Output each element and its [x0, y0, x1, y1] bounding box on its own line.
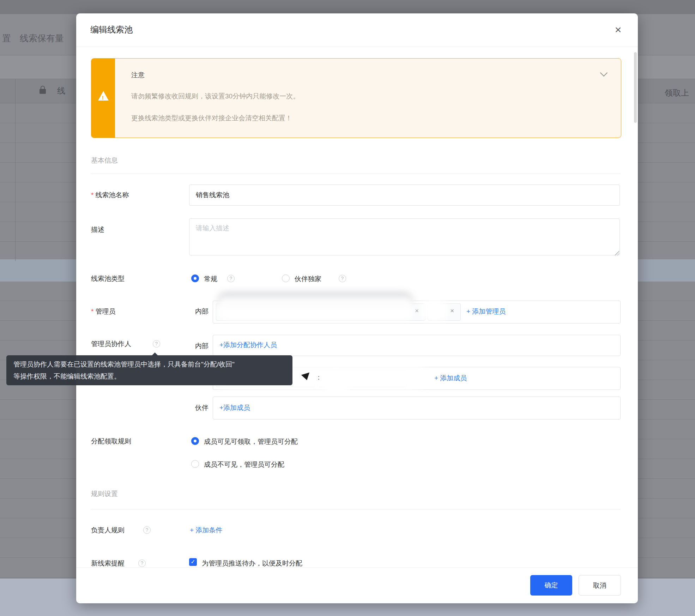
notice-line-1: 请勿频繁修改收回规则，该设置30分钟内只能修改一次。: [131, 92, 300, 101]
notice-accent-bar: !: [91, 59, 115, 138]
description-textarea[interactable]: [189, 218, 620, 255]
close-icon[interactable]: ×: [610, 21, 627, 38]
tooltip-line-1: 管理员协作人需要在已设置的线索池管理员中选择，只具备前台"分配/收回": [13, 358, 285, 370]
cancel-button[interactable]: 取消: [579, 575, 621, 596]
field-label-new-lead-reminder: 新线索提醒: [91, 559, 125, 568]
field-label-pool-name: 线索池名称: [91, 191, 129, 200]
add-member-link[interactable]: + 添加成员: [434, 374, 467, 383]
privacy-blur: [217, 295, 414, 321]
add-condition-link[interactable]: + 添加条件: [190, 526, 222, 535]
edit-lead-pool-dialog: 编辑线索池 × ! 注意 请勿频繁修改收回规则，该设置30分钟内只能修改一次。 …: [76, 13, 638, 603]
collab-scope-internal: 内部: [195, 342, 208, 351]
radio-label-assign-invisible[interactable]: 成员不可见，管理员可分配: [204, 460, 284, 469]
radio-label-assign-visible[interactable]: 成员可见可领取，管理员可分配: [204, 437, 298, 446]
field-label-owner-rule: 负责人规则: [91, 526, 125, 535]
notice-line-2: 更换线索池类型或更换伙伴对接企业会清空相关配置！: [131, 114, 292, 123]
scrollbar-thumb[interactable]: [634, 52, 637, 123]
table-column-divider: [15, 79, 16, 261]
section-rule-settings: 规则设置: [91, 489, 118, 499]
tooltip-arrow: [152, 352, 158, 356]
warning-exclamation: !: [102, 95, 104, 101]
pool-name-input[interactable]: [189, 185, 620, 206]
tooltip-line-2: 等操作权限，不能编辑线索池配置。: [13, 370, 285, 382]
notice-banner: ! 注意 请勿频繁修改收回规则，该设置30分钟内只能修改一次。 更换线索池类型或…: [91, 58, 621, 138]
page-top-strip: [0, 0, 695, 14]
chevron-down-icon[interactable]: [600, 69, 608, 77]
radio-assign-invisible[interactable]: [191, 460, 199, 468]
member-colon: ：: [315, 373, 322, 382]
remove-tag-icon[interactable]: ×: [415, 307, 419, 315]
help-icon-new-lead[interactable]: ?: [138, 560, 146, 567]
section-basic-info: 基本信息: [91, 156, 118, 165]
add-partner-member-link[interactable]: +添加成员: [219, 403, 250, 412]
new-lead-checkbox-label[interactable]: 为管理员推送待办，以便及时分配: [202, 559, 302, 568]
radio-label-partner-exclusive[interactable]: 伙伴独家: [295, 274, 321, 284]
lock-icon: [40, 89, 46, 94]
field-label-partner: 伙伴: [195, 403, 208, 412]
dialog-body: ! 注意 请勿频繁修改收回规则，该设置30分钟内只能修改一次。 更换线索池类型或…: [76, 47, 638, 568]
field-label-description: 描述: [91, 225, 104, 234]
help-icon-regular[interactable]: ?: [227, 275, 235, 282]
privacy-blur: [420, 298, 449, 322]
table-col-left-partial: 线: [57, 85, 65, 96]
help-icon-collaborator[interactable]: ?: [153, 340, 160, 348]
collab-members-box[interactable]: +添加分配协作人员: [213, 335, 621, 356]
dialog-title: 编辑线索池: [90, 24, 133, 35]
radio-assign-visible[interactable]: [191, 437, 199, 445]
section-divider: [91, 174, 621, 174]
dialog-header: 编辑线索池 ×: [76, 13, 638, 47]
field-label-admin-collaborator: 管理员协作人: [91, 339, 131, 349]
help-icon-owner-rule[interactable]: ?: [143, 526, 151, 534]
radio-type-regular[interactable]: [191, 274, 199, 282]
partner-box[interactable]: +添加成员: [213, 397, 621, 419]
tab-partial-left[interactable]: 置: [2, 32, 11, 44]
add-admin-link[interactable]: + 添加管理员: [466, 307, 506, 316]
help-icon-partner-exclusive[interactable]: ?: [339, 275, 346, 282]
new-lead-checkbox[interactable]: ✓: [189, 558, 197, 566]
collaborator-tooltip: 管理员协作人需要在已设置的线索池管理员中选择，只具备前台"分配/收回" 等操作权…: [6, 355, 292, 385]
confirm-button[interactable]: 确定: [530, 575, 572, 596]
add-collaborator-link[interactable]: +添加分配协作人员: [219, 340, 277, 350]
section-divider: [91, 509, 621, 509]
privacy-blur: [323, 369, 350, 399]
radio-type-partner-exclusive[interactable]: [282, 274, 290, 282]
field-label-assign-rule: 分配领取规则: [91, 437, 131, 446]
remove-tag-icon[interactable]: ×: [450, 307, 454, 315]
radio-label-regular[interactable]: 常规: [204, 274, 217, 284]
table-col-right-partial: 领取上: [665, 87, 689, 98]
admin-scope-internal: 内部: [195, 307, 208, 316]
notice-title: 注意: [131, 71, 145, 80]
tab-lead-retention[interactable]: 线索保有量: [20, 32, 64, 44]
field-label-pool-type: 线索池类型: [91, 274, 125, 283]
field-label-admin: 管理员: [91, 307, 115, 316]
